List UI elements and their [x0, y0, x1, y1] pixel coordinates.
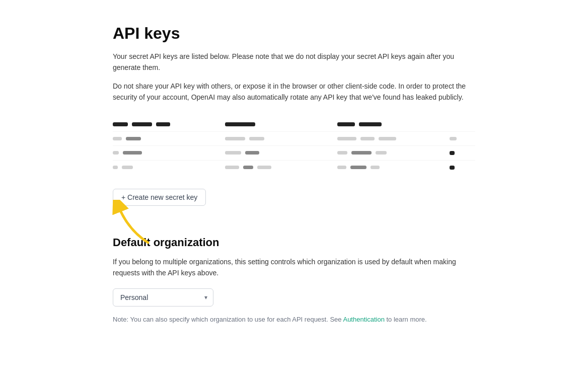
- default-org-section: Default organization If you belong to mu…: [113, 236, 475, 325]
- org-description-text: If you belong to multiple organizations,…: [113, 256, 475, 279]
- table-header-row: [113, 117, 475, 131]
- org-select-wrapper[interactable]: Personal Organization 1 Organization 2 ▾: [113, 288, 213, 307]
- page-title: API keys: [113, 24, 475, 43]
- table-row: [113, 131, 475, 145]
- default-org-title: Default organization: [113, 236, 475, 249]
- table-row: [113, 160, 475, 175]
- note-text: Note: You can also specify which organiz…: [113, 315, 475, 325]
- create-button-area: + Create new secret key: [113, 185, 206, 226]
- warning-text: Do not share your API key with others, o…: [113, 81, 475, 103]
- table-row: [113, 145, 475, 160]
- org-select[interactable]: Personal Organization 1 Organization 2: [113, 288, 213, 307]
- description-text-1: Your secret API keys are listed below. P…: [113, 51, 475, 73]
- create-new-secret-key-button[interactable]: + Create new secret key: [113, 189, 206, 206]
- api-keys-table: [113, 117, 475, 175]
- authentication-link[interactable]: Authentication: [343, 316, 384, 323]
